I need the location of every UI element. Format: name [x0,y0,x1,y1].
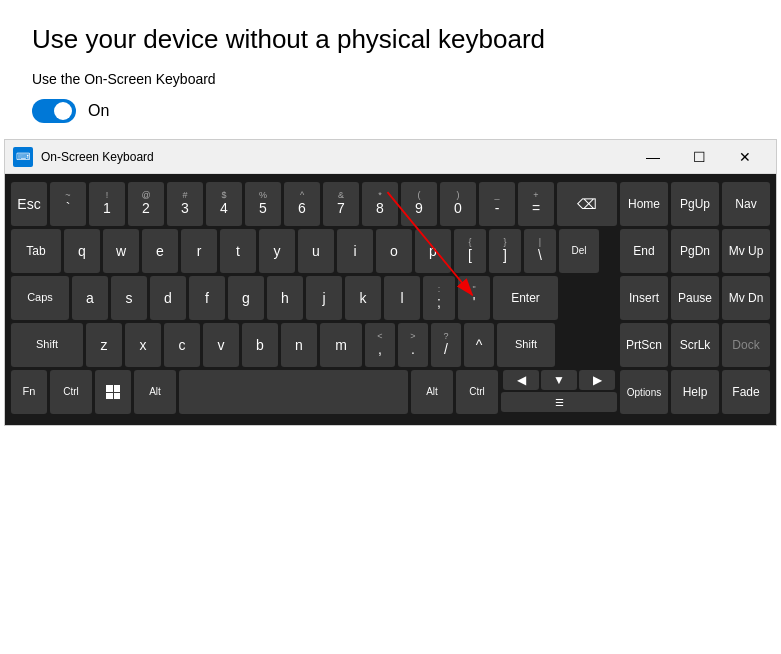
key-o[interactable]: o [376,229,412,273]
key-x[interactable]: x [125,323,161,367]
key-backslash[interactable]: | \ [524,229,556,273]
keyboard-area: Esc ~ ` ! 1 @ 2 # [5,174,776,425]
key-options[interactable]: Options [620,370,668,414]
nav-row-4: PrtScn ScrLk Dock [620,323,770,367]
key-menu[interactable]: ☰ [501,392,617,412]
settings-panel: Use your device without a physical keybo… [0,0,781,139]
key-mvup[interactable]: Mv Up [722,229,770,273]
key-insert[interactable]: Insert [620,276,668,320]
key-help[interactable]: Help [671,370,719,414]
key-f[interactable]: f [189,276,225,320]
key-period[interactable]: > . [398,323,428,367]
key-e[interactable]: e [142,229,178,273]
key-arrow-right[interactable]: ▶ [579,370,615,390]
nav-row-1: Home PgUp Nav [620,182,770,226]
key-s[interactable]: s [111,276,147,320]
key-3[interactable]: # 3 [167,182,203,226]
key-prtscn[interactable]: PrtScn [620,323,668,367]
key-q[interactable]: q [64,229,100,273]
key-comma[interactable]: < , [365,323,395,367]
key-t[interactable]: t [220,229,256,273]
key-a[interactable]: a [72,276,108,320]
key-w[interactable]: w [103,229,139,273]
key-alt-right[interactable]: Alt [411,370,453,414]
minimize-button[interactable]: — [630,142,676,172]
key-m[interactable]: m [320,323,362,367]
key-k[interactable]: k [345,276,381,320]
key-caps[interactable]: Caps [11,276,69,320]
key-v[interactable]: v [203,323,239,367]
key-8[interactable]: * 8 [362,182,398,226]
key-win[interactable] [95,370,131,414]
key-6[interactable]: ^ 6 [284,182,320,226]
keys-right: Home PgUp Nav End PgDn Mv Up Insert Paus… [620,182,770,417]
key-5[interactable]: % 5 [245,182,281,226]
key-4[interactable]: $ 4 [206,182,242,226]
key-c[interactable]: c [164,323,200,367]
key-l[interactable]: l [384,276,420,320]
key-7[interactable]: & 7 [323,182,359,226]
nav-row-5: Options Help Fade [620,370,770,414]
toggle-label: On [88,102,109,120]
key-pause[interactable]: Pause [671,276,719,320]
osk-window: ⌨ On-Screen Keyboard — ☐ ✕ Esc ~ ` [4,139,777,426]
key-shift-right[interactable]: Shift [497,323,555,367]
key-nav[interactable]: Nav [722,182,770,226]
key-u[interactable]: u [298,229,334,273]
key-slash[interactable]: ? / [431,323,461,367]
key-y[interactable]: y [259,229,295,273]
arrow-group: ◀ ▼ ▶ ☰ [501,370,617,414]
nav-row-2: End PgDn Mv Up [620,229,770,273]
key-tab[interactable]: Tab [11,229,61,273]
close-button[interactable]: ✕ [722,142,768,172]
key-mvdn[interactable]: Mv Dn [722,276,770,320]
key-arrow-down[interactable]: ▼ [541,370,577,390]
key-tilde[interactable]: ~ ` [50,182,86,226]
key-z[interactable]: z [86,323,122,367]
key-shift-up-arrow[interactable]: ^ [464,323,494,367]
key-r[interactable]: r [181,229,217,273]
key-i[interactable]: i [337,229,373,273]
key-g[interactable]: g [228,276,264,320]
osk-toggle[interactable] [32,99,76,123]
key-j[interactable]: j [306,276,342,320]
key-semicolon[interactable]: : ; [423,276,455,320]
key-dock[interactable]: Dock [722,323,770,367]
key-space[interactable] [179,370,408,414]
maximize-button[interactable]: ☐ [676,142,722,172]
key-b[interactable]: b [242,323,278,367]
key-pgdn[interactable]: PgDn [671,229,719,273]
key-minus[interactable]: _ - [479,182,515,226]
key-quote[interactable]: " ' [458,276,490,320]
key-pgup[interactable]: PgUp [671,182,719,226]
key-shift-left[interactable]: Shift [11,323,83,367]
key-ctrl-left[interactable]: Ctrl [50,370,92,414]
key-rbracket[interactable]: } ] [489,229,521,273]
key-alt-left[interactable]: Alt [134,370,176,414]
key-enter[interactable]: Enter [493,276,558,320]
osk-title: On-Screen Keyboard [41,150,630,164]
key-0[interactable]: ) 0 [440,182,476,226]
key-arrow-left[interactable]: ◀ [503,370,539,390]
key-fade[interactable]: Fade [722,370,770,414]
key-n[interactable]: n [281,323,317,367]
key-h[interactable]: h [267,276,303,320]
arrow-top-row: ◀ ▼ ▶ [501,370,617,390]
key-equals[interactable]: + = [518,182,554,226]
key-1[interactable]: ! 1 [89,182,125,226]
key-ctrl-right[interactable]: Ctrl [456,370,498,414]
key-2[interactable]: @ 2 [128,182,164,226]
key-esc[interactable]: Esc [11,182,47,226]
key-d[interactable]: d [150,276,186,320]
key-lbracket[interactable]: { [ [454,229,486,273]
key-backspace[interactable]: ⌫ [557,182,617,226]
toggle-row: On [32,99,749,123]
key-del[interactable]: Del [559,229,599,273]
key-9[interactable]: ( 9 [401,182,437,226]
key-end[interactable]: End [620,229,668,273]
key-scrlk[interactable]: ScrLk [671,323,719,367]
key-p[interactable]: p [415,229,451,273]
key-home[interactable]: Home [620,182,668,226]
nav-row-3: Insert Pause Mv Dn [620,276,770,320]
key-fn[interactable]: Fn [11,370,47,414]
